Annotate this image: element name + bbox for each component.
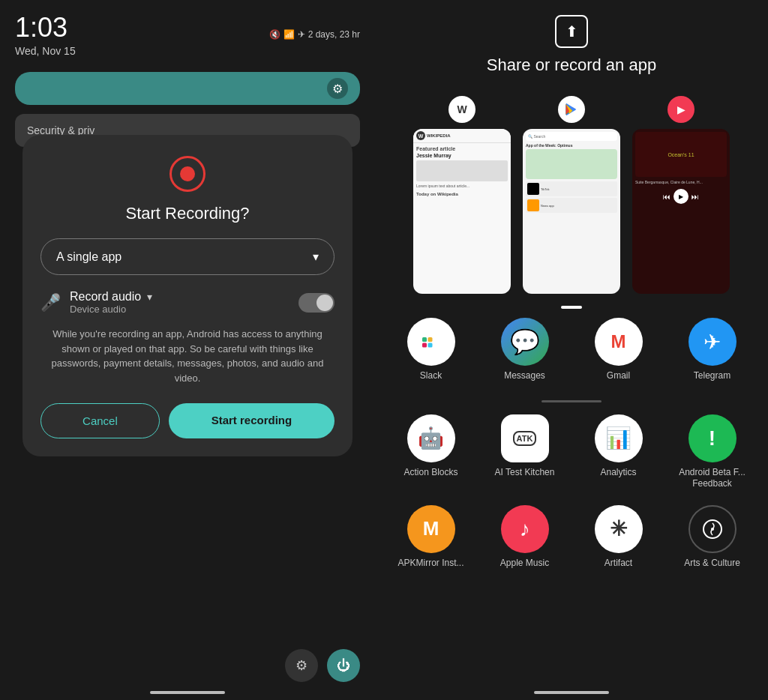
home-indicator-left (150, 691, 225, 694)
gmail-icon: M (595, 318, 643, 366)
action-blocks-icon: 🤖 (407, 414, 455, 462)
status-icons: 🔇 📶 ✈ 2 days, 23 hr (269, 29, 360, 40)
right-panel: ⬆ Share or record an app W W WIKIPEDIA F… (375, 0, 768, 700)
mute-icon: 🔇 (269, 29, 280, 40)
arts-culture-label: Arts & Culture (684, 558, 740, 570)
audio-info: Record audio ▾ Device audio (70, 290, 290, 315)
ai-kitchen-label: AI Test Kitchen (495, 467, 555, 479)
app-grid-section-1: Slack 💬 Messages M Gmail ✈ Telegram (375, 315, 768, 394)
messages-icon: 💬 (501, 318, 549, 366)
wiki-header: W WIKIPEDIA (413, 129, 511, 143)
warning-text: While you're recording an app, Android h… (40, 327, 334, 385)
share-header: ⬆ Share or record an app (375, 0, 768, 96)
share-icon: ⬆ (555, 15, 588, 48)
audio-toggle[interactable] (298, 293, 334, 313)
wikipedia-icon: W (448, 96, 476, 123)
battery-label: 2 days, 23 hr (308, 29, 360, 40)
app-item-apple-music[interactable]: ♪ Apple Music (484, 505, 566, 570)
action-blocks-label: Action Blocks (404, 467, 458, 479)
time-display: 1:03 (15, 12, 76, 43)
app-grid-section-2: 🤖 Action Blocks ATK AI Test Kitchen 📊 An… (375, 411, 768, 502)
date-display: Wed, Nov 15 (15, 45, 76, 57)
share-title: Share or record an app (390, 55, 753, 75)
app-item-arts-culture[interactable]: Arts & Culture (671, 505, 753, 570)
artifact-icon: ✳ (595, 505, 643, 553)
app-item-artifact[interactable]: ✳ Artifact (578, 505, 659, 570)
apple-music-label: Apple Music (500, 558, 549, 570)
bottom-icons: ⚙ ⏻ (285, 649, 360, 682)
slack-label: Slack (420, 370, 442, 382)
audio-row: 🎤 Record audio ▾ Device audio (40, 290, 334, 315)
wifi-icon: 📶 (284, 29, 295, 40)
start-recording-button[interactable]: Start recording (169, 403, 334, 438)
app-item-ai-kitchen[interactable]: ATK AI Test Kitchen (484, 414, 566, 490)
artifact-label: Artifact (604, 558, 632, 570)
app-grid-section-3: M APKMirror Inst... ♪ Apple Music ✳ Arti… (375, 502, 768, 582)
carousel-indicator (561, 306, 582, 309)
analytics-label: Analytics (600, 467, 636, 479)
app-select-dropdown[interactable]: A single app ▾ (40, 238, 334, 275)
audio-sub-label: Device audio (70, 304, 290, 315)
app-item-slack[interactable]: Slack (390, 318, 472, 382)
app-item-messages[interactable]: 💬 Messages (484, 318, 566, 382)
record-icon (170, 156, 206, 192)
left-panel: 1:03 Wed, Nov 15 🔇 📶 ✈ 2 days, 23 hr ⚙ S… (0, 0, 375, 700)
telegram-icon: ✈ (688, 318, 736, 366)
app-item-apkmirror[interactable]: M APKMirror Inst... (390, 505, 472, 570)
ytmusic-icon: ▶ (668, 96, 694, 123)
analytics-icon: 📊 (595, 414, 643, 462)
thumbnail-wikipedia[interactable]: W W WIKIPEDIA Featured article Jessie Mu… (413, 96, 511, 294)
app-item-telegram[interactable]: ✈ Telegram (671, 318, 753, 382)
power-icon-button[interactable]: ⏻ (327, 649, 360, 682)
apple-music-icon: ♪ (501, 505, 549, 553)
app-thumbnails: W W WIKIPEDIA Featured article Jessie Mu… (375, 96, 768, 294)
ytmusic-screenshot: Ocean's 11 Suite Bergamasque, Claire de … (632, 129, 730, 294)
svg-rect-1 (428, 343, 432, 348)
app-grid-row3: M APKMirror Inst... ♪ Apple Music ✳ Arti… (390, 505, 753, 570)
section-divider-1 (542, 400, 602, 402)
music-content: Ocean's 11 Suite Bergamasque, Claire de … (632, 129, 730, 294)
svg-point-5 (711, 528, 714, 531)
slack-icon (407, 318, 455, 366)
playstore-screenshot: 🔍 Search App of the Week: Optimus TikTok… (523, 129, 620, 294)
svg-rect-3 (428, 337, 432, 342)
home-indicator-right (534, 691, 609, 694)
audio-chevron-icon[interactable]: ▾ (147, 291, 152, 303)
playstore-icon (558, 96, 585, 123)
microphone-icon: 🎤 (40, 293, 61, 313)
messages-label: Messages (504, 370, 545, 382)
app-item-analytics[interactable]: 📊 Analytics (578, 414, 659, 490)
brightness-bar[interactable]: ⚙ (15, 72, 360, 105)
android-beta-icon: ! (688, 414, 736, 462)
app-item-android-beta[interactable]: ! Android Beta F...Feedback (671, 414, 753, 490)
app-grid-row1: Slack 💬 Messages M Gmail ✈ Telegram (390, 318, 753, 382)
dialog-title: Start Recording? (40, 204, 334, 223)
gmail-label: Gmail (607, 370, 630, 382)
app-item-gmail[interactable]: M Gmail (578, 318, 659, 382)
arts-culture-icon (688, 505, 736, 553)
android-beta-label: Android Beta F...Feedback (679, 467, 746, 490)
apkmirror-label: APKMirror Inst... (398, 558, 464, 570)
brightness-icon[interactable]: ⚙ (327, 78, 348, 99)
status-bar: 1:03 Wed, Nov 15 🔇 📶 ✈ 2 days, 23 hr (0, 0, 375, 63)
thumbnail-playstore[interactable]: 🔍 Search App of the Week: Optimus TikTok… (523, 96, 620, 294)
telegram-label: Telegram (694, 370, 730, 382)
thumbnail-ytmusic[interactable]: ▶ Ocean's 11 Suite Bergamasque, Claire d… (632, 96, 730, 294)
dialog-buttons: Cancel Start recording (40, 403, 334, 438)
app-grid-row2: 🤖 Action Blocks ATK AI Test Kitchen 📊 An… (390, 414, 753, 490)
recording-dialog: Start Recording? A single app ▾ 🎤 Record… (22, 135, 352, 456)
svg-rect-0 (422, 343, 427, 348)
ai-kitchen-icon: ATK (501, 414, 549, 462)
audio-label: Record audio ▾ (70, 290, 290, 304)
chevron-down-icon: ▾ (313, 250, 319, 264)
svg-rect-2 (422, 337, 427, 342)
cancel-button[interactable]: Cancel (40, 403, 160, 438)
wiki-logo: W (416, 131, 425, 140)
apkmirror-icon: M (407, 505, 455, 553)
record-inner-dot (180, 166, 195, 181)
app-item-action-blocks[interactable]: 🤖 Action Blocks (390, 414, 472, 490)
app-select-label: A single app (56, 250, 122, 264)
wikipedia-screenshot: W WIKIPEDIA Featured article Jessie Murr… (413, 129, 511, 294)
settings-icon-button[interactable]: ⚙ (285, 649, 318, 682)
airplane-icon: ✈ (298, 29, 305, 40)
